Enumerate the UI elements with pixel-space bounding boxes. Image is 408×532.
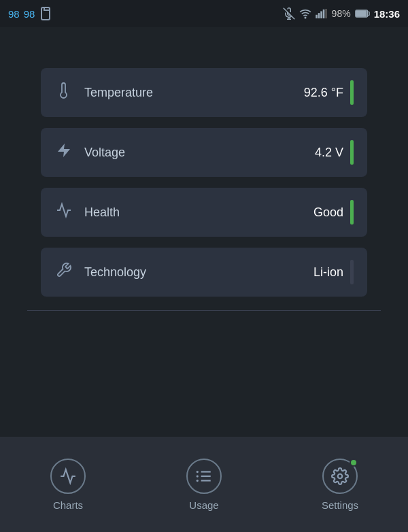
- signal-icon: [316, 9, 328, 18]
- divider: [27, 310, 381, 311]
- wifi-icon: [299, 7, 311, 20]
- technology-label: Technology: [84, 265, 146, 280]
- health-bar: [350, 200, 354, 225]
- svg-rect-7: [320, 12, 322, 19]
- battery-icon: [355, 9, 370, 18]
- status-left: 98 98: [8, 5, 55, 22]
- clock: 18:36: [374, 8, 400, 20]
- svg-rect-8: [322, 10, 324, 18]
- temperature-label: Temperature: [84, 86, 153, 100]
- status-bar: 98 98 9: [0, 0, 408, 27]
- usage-icon: [195, 467, 213, 485]
- svg-rect-0: [41, 7, 50, 20]
- temperature-bar: [350, 80, 354, 105]
- wrench-icon: [54, 262, 73, 282]
- mute-icon: [283, 7, 295, 20]
- usage-icon-circle: [186, 459, 222, 494]
- svg-rect-6: [318, 13, 320, 18]
- status-right: 98% 18:36: [283, 7, 400, 20]
- nav-charts[interactable]: Charts: [0, 437, 136, 532]
- charts-icon-circle: [50, 459, 86, 494]
- nav-settings[interactable]: Settings: [272, 437, 408, 532]
- sim-icon: [39, 5, 55, 22]
- temperature-value: 92.6 °F: [304, 86, 343, 100]
- charts-nav-label: Charts: [53, 499, 83, 511]
- battery-level: 98%: [332, 8, 351, 19]
- main-content: Temperature 92.6 °F Voltage 4.2 V: [0, 27, 408, 310]
- technology-bar: [350, 260, 354, 284]
- technology-card: Technology Li-ion: [41, 248, 367, 297]
- temperature-card: Temperature 92.6 °F: [41, 68, 367, 117]
- thermometer-icon: [54, 82, 73, 103]
- pulse-icon: [54, 202, 73, 222]
- voltage-card: Voltage 4.2 V: [41, 128, 367, 177]
- svg-rect-14: [356, 11, 366, 16]
- health-label: Health: [84, 205, 120, 220]
- settings-nav-label: Settings: [322, 499, 358, 511]
- usage-nav-label: Usage: [189, 499, 218, 511]
- svg-rect-9: [325, 9, 327, 18]
- technology-value: Li-ion: [313, 265, 343, 280]
- svg-marker-15: [58, 144, 70, 157]
- signal-strength-2: 98: [24, 8, 35, 20]
- health-card: Health Good: [41, 188, 367, 237]
- voltage-bar: [350, 140, 354, 165]
- svg-point-4: [305, 17, 306, 18]
- health-value: Good: [313, 205, 343, 220]
- settings-icon: [331, 467, 349, 485]
- settings-active-dot: [350, 459, 358, 467]
- bottom-nav: Charts Usage Settings: [0, 437, 408, 532]
- signal-strength-1: 98: [8, 8, 20, 20]
- svg-point-22: [338, 473, 343, 478]
- bolt-icon: [54, 142, 73, 163]
- settings-icon-circle: [322, 459, 358, 494]
- svg-rect-5: [316, 15, 318, 18]
- nav-usage[interactable]: Usage: [136, 437, 272, 532]
- voltage-label: Voltage: [84, 146, 125, 160]
- charts-icon: [59, 467, 77, 485]
- voltage-value: 4.2 V: [315, 146, 343, 160]
